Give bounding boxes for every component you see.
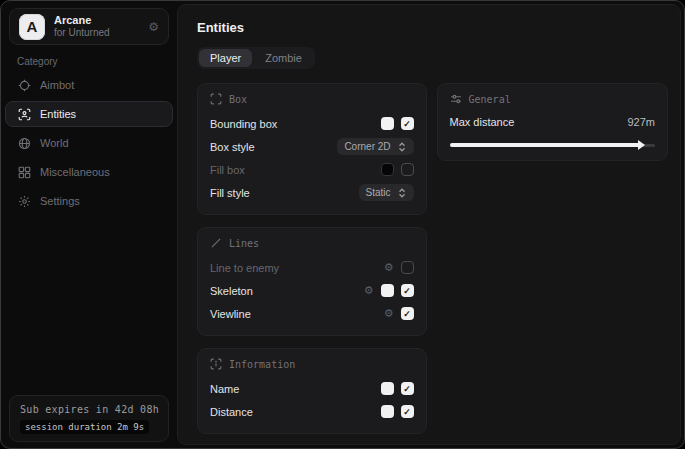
information-card-header: Information [210, 358, 414, 370]
bounding-box-checkbox[interactable]: ✓ [401, 117, 414, 130]
line-to-enemy-settings-gear-icon[interactable]: ⚙ [384, 262, 394, 273]
row-label: Distance [210, 406, 253, 418]
left-column: Box Bounding box ✓ Box style Corner 2D [197, 83, 427, 434]
lines-card-header: Lines [210, 237, 414, 249]
row-label: Name [210, 383, 239, 395]
content-columns: Box Bounding box ✓ Box style Corner 2D [197, 83, 668, 434]
row-bounding-box: Bounding box ✓ [210, 112, 414, 135]
slider-thumb[interactable] [638, 140, 645, 150]
subscription-card: Sub expires in 42d 08h session duration … [9, 395, 169, 442]
row-label: Line to enemy [210, 262, 279, 274]
app-title-block: Arcane for Unturned [54, 14, 139, 38]
sidebar-item-settings[interactable]: Settings [5, 188, 173, 214]
chevron-up-down-icon [397, 142, 407, 152]
lines-card-title: Lines [229, 238, 259, 249]
chevron-up-down-icon [397, 188, 407, 198]
main-panel: Entities Player Zombie Box Bounding box [177, 4, 681, 445]
lines-card: Lines Line to enemy ⚙ Skeleton ⚙ [197, 227, 427, 336]
box-card: Box Bounding box ✓ Box style Corner 2D [197, 83, 427, 215]
session-duration-badge: session duration 2m 9s [20, 420, 149, 434]
row-label: Fill box [210, 164, 245, 176]
row-label: Box style [210, 141, 255, 153]
line-to-enemy-checkbox[interactable] [401, 261, 414, 274]
gear-icon[interactable]: ⚙ [148, 20, 159, 34]
sidebar-item-label: Miscellaneous [40, 166, 110, 178]
row-max-distance: Max distance 927m [450, 112, 655, 132]
box-card-header: Box [210, 93, 414, 105]
row-distance: Distance ✓ [210, 400, 414, 423]
corner-box-icon [210, 93, 222, 105]
information-card-title: Information [229, 359, 295, 370]
page-title: Entities [197, 20, 668, 35]
max-distance-value: 927m [627, 116, 655, 128]
distance-checkbox[interactable]: ✓ [401, 405, 414, 418]
skeleton-color-swatch[interactable] [381, 284, 394, 297]
category-label: Category [17, 56, 58, 67]
row-fill-box: Fill box [210, 158, 414, 181]
sliders-icon [450, 93, 462, 105]
distance-color-swatch[interactable] [381, 405, 394, 418]
crosshair-icon [18, 79, 31, 92]
skeleton-settings-gear-icon[interactable]: ⚙ [364, 285, 374, 296]
box-card-title: Box [229, 94, 247, 105]
sidebar-item-aimbot[interactable]: Aimbot [5, 72, 173, 98]
sidebar-item-label: Aimbot [40, 79, 74, 91]
row-name: Name ✓ [210, 377, 414, 400]
row-label: Fill style [210, 187, 250, 199]
fill-style-value: Static [366, 187, 391, 198]
row-viewline: Viewline ⚙ ✓ [210, 302, 414, 325]
general-card-title: General [469, 94, 511, 105]
sidebar-item-entities[interactable]: Entities [5, 101, 173, 127]
tab-player[interactable]: Player [199, 49, 252, 67]
general-card: General Max distance 927m [437, 83, 668, 161]
app-subtitle: for Unturned [54, 27, 139, 39]
gear-icon [18, 195, 31, 208]
general-card-header: General [450, 93, 655, 105]
sidebar: A Arcane for Unturned ⚙ Category Aimbot … [1, 1, 177, 448]
sidebar-item-label: World [40, 137, 69, 149]
row-label: Skeleton [210, 285, 253, 297]
app-window: A Arcane for Unturned ⚙ Category Aimbot … [0, 0, 685, 449]
viewline-checkbox[interactable]: ✓ [401, 307, 414, 320]
sidebar-item-miscellaneous[interactable]: Miscellaneous [5, 159, 173, 185]
max-distance-slider[interactable] [450, 140, 655, 150]
logo-card: A Arcane for Unturned ⚙ [9, 8, 169, 45]
tab-zombie[interactable]: Zombie [254, 49, 313, 67]
name-color-swatch[interactable] [381, 382, 394, 395]
sidebar-item-label: Entities [40, 108, 76, 120]
sidebar-item-world[interactable]: World [5, 130, 173, 156]
info-scan-icon [210, 358, 222, 370]
row-label: Bounding box [210, 118, 277, 130]
sidebar-nav: Aimbot Entities World Miscellaneous [5, 72, 173, 214]
tab-group: Player Zombie [197, 47, 315, 69]
app-name: Arcane [54, 14, 139, 27]
app-logo: A [19, 14, 45, 40]
sub-expires-text: Sub expires in 42d 08h [20, 404, 158, 415]
diagonal-line-icon [210, 237, 222, 249]
row-box-style: Box style Corner 2D [210, 135, 414, 158]
fill-box-color-swatch[interactable] [381, 163, 394, 176]
max-distance-fill [450, 143, 640, 147]
bounding-box-color-swatch[interactable] [381, 117, 394, 130]
viewline-settings-gear-icon[interactable]: ⚙ [384, 308, 394, 319]
skeleton-checkbox[interactable]: ✓ [401, 284, 414, 297]
row-fill-style: Fill style Static [210, 181, 414, 204]
entity-scan-icon [18, 108, 31, 121]
fill-box-checkbox[interactable] [401, 163, 414, 176]
grid-icon [18, 166, 31, 179]
name-checkbox[interactable]: ✓ [401, 382, 414, 395]
right-column: General Max distance 927m [437, 83, 668, 161]
row-line-to-enemy: Line to enemy ⚙ [210, 256, 414, 279]
globe-icon [18, 137, 31, 150]
row-label: Max distance [450, 116, 515, 128]
fill-style-dropdown[interactable]: Static [359, 184, 414, 201]
sidebar-item-label: Settings [40, 195, 80, 207]
information-card: Information Name ✓ Distance ✓ [197, 348, 427, 434]
box-style-value: Corner 2D [344, 141, 390, 152]
row-label: Viewline [210, 308, 251, 320]
box-style-dropdown[interactable]: Corner 2D [337, 138, 413, 155]
row-skeleton: Skeleton ⚙ ✓ [210, 279, 414, 302]
